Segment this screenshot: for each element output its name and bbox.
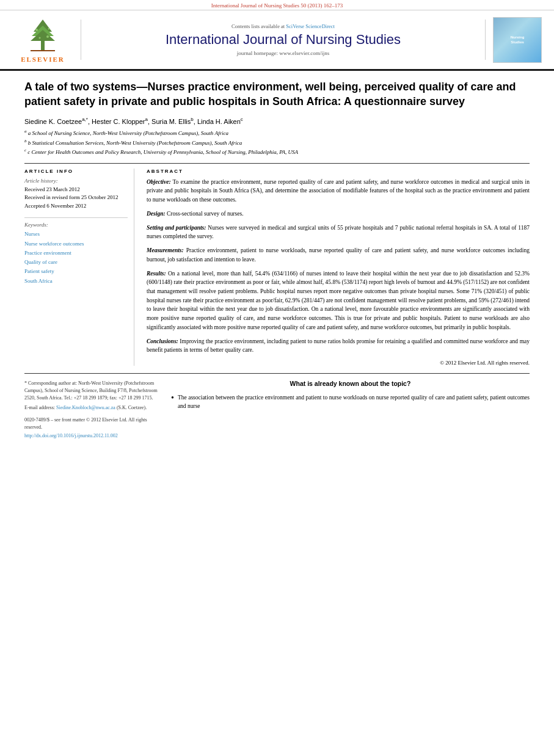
elsevier-brand-text: ELSEVIER [21,56,65,63]
affil-a: a, [82,117,86,122]
keyword-sa: South Africa [24,277,128,286]
history-item-3: Accepted 6 November 2012 [24,202,128,211]
keywords-label: Keywords: [24,222,128,228]
abstract-conclusions: Conclusions: Improving the practice envi… [147,337,530,355]
keywords-list: Nurses Nurse workforce outcomes Practice… [24,230,128,286]
author-aiken: Linda H. Aiken [197,117,241,125]
objective-text: To examine the practice environment, nur… [147,179,530,203]
svg-point-6 [39,37,41,39]
bottom-section: * Corresponding author at: North-West Un… [24,373,530,440]
conclusions-label: Conclusions: [147,338,178,344]
keyword-ps: Patient safety [24,267,128,276]
bullet-icon-1: • [171,393,174,411]
homepage-text: journal homepage: www.elsevier.com/ijns [237,50,329,56]
sciverse-link[interactable]: SciVerse ScienceDirect [286,23,335,29]
divider-keywords [24,217,128,218]
bullet-item-1: • The association between the practice e… [171,393,530,411]
results-label: Results: [147,271,166,277]
journal-main-title: International Journal of Nursing Studies [93,32,473,48]
nursing-studies-cover: Nursing Studies [493,17,542,63]
issn-block: 0020-7489/$ – see front matter © 2012 El… [24,416,159,440]
article-title: A tale of two systems—Nurses practice en… [24,79,530,109]
email-line: E-mail address: Siedine.Knobloch@nwu.ac.… [24,404,159,412]
elsevier-tree-svg [18,16,67,53]
abstract-header: ABSTRACT [147,169,530,174]
author-ellis: Suria M. Ellis [151,117,191,125]
article-history-block: Article history: Received 23 March 2012 … [24,178,128,211]
issn-line: 0020-7489/$ – see front matter © 2012 El… [24,416,159,431]
bullet-text-1: The association between the practice env… [178,393,530,411]
email-name: (S.K. Coetzee). [117,405,147,410]
doi-link[interactable]: http://dx.doi.org/10.1016/j.ijnurstu.201… [24,433,118,438]
abstract-design: Design: Cross-sectional survey of nurses… [147,209,530,219]
svg-rect-8 [31,50,55,51]
authors-line: Siedine K. Coetzeea,*, Hester C. Klopper… [24,117,530,125]
measurements-text: Practice environment, patient to nurse w… [147,247,530,263]
affiliations: a a School of Nursing Science, North-Wes… [24,128,530,157]
sidebar-title: What is already known about the topic? [171,380,530,387]
setting-label: Setting and participants: [147,225,206,231]
svg-point-7 [46,35,49,38]
affiliation-a: a a School of Nursing Science, North-Wes… [24,128,530,138]
design-text: Cross-sectional survey of nurses. [167,211,244,217]
keyword-pe: Practice environment [24,249,128,258]
keyword-nwo: Nurse workforce outcomes [24,239,128,249]
history-item-2: Received in revised form 25 October 2012 [24,194,128,202]
doi-line: http://dx.doi.org/10.1016/j.ijnurstu.201… [24,432,159,440]
abstract-results: Results: On a national level, more than … [147,269,530,332]
journal-citation: International Journal of Nursing Studies… [211,2,343,9]
two-col-section: ARTICLE INFO Article history: Received 2… [24,169,530,366]
cover-label: Nursing [511,35,525,39]
author-klopper: Hester C. Klopper [92,117,145,125]
history-label: Article history: [24,178,128,184]
keyword-nurses: Nurses [24,230,128,239]
measurements-label: Measurements: [147,247,184,253]
affil-c: c [241,117,243,122]
corresponding-author-note: * Corresponding author at: North-West Un… [24,380,159,402]
journal-title-section: Contents lists available at SciVerse Sci… [81,20,486,60]
sciverse-line: Contents lists available at SciVerse Sci… [93,23,473,29]
article-info-header: ARTICLE INFO [24,169,128,174]
svg-point-5 [48,28,50,30]
cover-label2: Studies [511,40,525,44]
elsevier-tree-icon [18,16,67,54]
email-link[interactable]: Siedine.Knobloch@nwu.ac.za [56,405,115,410]
bottom-right-content: What is already known about the topic? •… [171,380,530,440]
copyright-line: © 2012 Elsevier Ltd. All rights reserved… [147,360,530,366]
email-label: E-mail address: [24,405,55,410]
conclusions-text: Improving the practice environment, incl… [147,338,530,354]
author-coetzee: Siedine K. Coetzee [24,117,82,125]
svg-rect-0 [41,41,45,50]
top-bar: International Journal of Nursing Studies… [0,0,554,10]
keywords-block: Keywords: Nurses Nurse workforce outcome… [24,222,128,286]
main-content: A tale of two systems—Nurses practice en… [0,71,554,446]
abstract-col: ABSTRACT Objective: To examine the pract… [147,169,530,366]
abstract-objective: Objective: To examine the practice envir… [147,178,530,205]
journal-homepage: journal homepage: www.elsevier.com/ijns [93,50,473,56]
bottom-footnotes: * Corresponding author at: North-West Un… [24,380,159,440]
article-info-col: ARTICLE INFO Article history: Received 2… [24,169,134,366]
keyword-qoc: Quality of care [24,258,128,267]
abstract-setting: Setting and participants: Nurses were su… [147,224,530,241]
objective-label: Objective: [147,179,171,185]
affiliation-c: c c Center for Health Outcomes and Polic… [24,147,530,157]
design-label: Design: [147,211,166,217]
divider-top [24,163,530,164]
results-text: On a national level, more than half, 54.… [147,271,530,330]
elsevier-logo: ELSEVIER [12,16,73,63]
affiliation-b: b b Statistical Consultation Services, N… [24,138,530,148]
journal-header: ELSEVIER Contents lists available at Sci… [0,10,554,71]
abstract-measurements: Measurements: Practice environment, pati… [147,246,530,264]
svg-point-4 [35,29,38,31]
history-item-1: Received 23 March 2012 [24,186,128,194]
